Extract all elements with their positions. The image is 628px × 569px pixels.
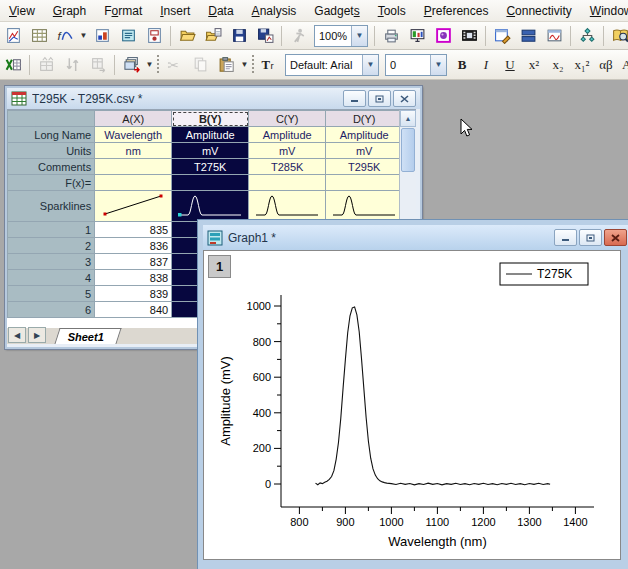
- cell[interactable]: Amplitude: [249, 127, 326, 143]
- cell[interactable]: Amplitude: [172, 127, 249, 143]
- menu-tools[interactable]: Tools: [369, 2, 415, 20]
- new-layout-icon[interactable]: [142, 24, 166, 48]
- cell[interactable]: 837: [95, 254, 172, 270]
- cell[interactable]: T295K: [326, 159, 403, 175]
- menu-data[interactable]: Data: [199, 2, 242, 20]
- row-label[interactable]: Units: [8, 143, 95, 159]
- save-template-icon[interactable]: [253, 24, 277, 48]
- save-icon[interactable]: [227, 24, 251, 48]
- project-explorer-icon[interactable]: [575, 24, 599, 48]
- worksheet-minimize-button[interactable]: [343, 90, 366, 107]
- superscript-button[interactable]: x²: [522, 54, 546, 76]
- open-icon[interactable]: [175, 24, 199, 48]
- new-matrix-icon[interactable]: [90, 24, 114, 48]
- scroll-up-icon[interactable]: ▲: [400, 110, 416, 127]
- cell[interactable]: T275K: [172, 159, 249, 175]
- column-header-b[interactable]: B(Y): [172, 111, 249, 127]
- cell[interactable]: 835: [95, 222, 172, 238]
- run-script-icon[interactable]: [286, 24, 310, 48]
- cell[interactable]: [172, 175, 249, 191]
- open-template-icon[interactable]: [201, 24, 225, 48]
- menu-preferences[interactable]: Preferences: [415, 2, 498, 20]
- menu-format[interactable]: Format: [95, 2, 151, 20]
- menu-connectivity[interactable]: Connectivity: [497, 2, 580, 20]
- scrollbar-thumb[interactable]: [401, 128, 415, 172]
- corner-cell[interactable]: [8, 111, 95, 127]
- cell[interactable]: mV: [249, 143, 326, 159]
- font-icon[interactable]: Tr: [257, 53, 281, 77]
- row-label[interactable]: Sparklines: [8, 191, 95, 222]
- menu-window[interactable]: Window: [581, 2, 628, 20]
- chevron-down-icon[interactable]: ▼: [362, 55, 378, 75]
- graph-minimize-button[interactable]: [554, 229, 577, 246]
- duplicate-workbook-icon[interactable]: [119, 53, 143, 77]
- cell[interactable]: 838: [95, 270, 172, 286]
- italic-button[interactable]: I: [474, 54, 498, 76]
- menu-view[interactable]: View: [0, 2, 44, 20]
- new-notes-icon[interactable]: [116, 24, 140, 48]
- chevron-down-icon[interactable]: ▼: [351, 26, 367, 46]
- cut-icon[interactable]: ✂: [162, 53, 186, 77]
- sparkline-peak-selected-icon[interactable]: [172, 191, 249, 222]
- cell[interactable]: T285K: [249, 159, 326, 175]
- row-number[interactable]: 3: [8, 254, 95, 270]
- learning-center-icon[interactable]: [608, 24, 628, 48]
- worksheet-restore-button[interactable]: [368, 90, 391, 107]
- reimport-icon[interactable]: [60, 53, 84, 77]
- row-number[interactable]: 4: [8, 270, 95, 286]
- increase-font-button[interactable]: A▴: [618, 54, 628, 76]
- underline-button[interactable]: U: [498, 54, 522, 76]
- data-curve[interactable]: [316, 307, 551, 485]
- row-number[interactable]: 6: [8, 302, 95, 318]
- column-header-c[interactable]: C(Y): [249, 111, 326, 127]
- graph-restore-button[interactable]: [579, 229, 602, 246]
- arrange-windows-icon[interactable]: [542, 24, 566, 48]
- worksheet-close-button[interactable]: [393, 90, 416, 107]
- row-number[interactable]: 1: [8, 222, 95, 238]
- sheet-tab[interactable]: Sheet1: [54, 328, 121, 344]
- row-label[interactable]: Long Name: [8, 127, 95, 143]
- cell[interactable]: [249, 175, 326, 191]
- zoom-select[interactable]: 100%▼: [314, 25, 368, 47]
- edit-window-icon[interactable]: [490, 24, 514, 48]
- video-icon[interactable]: [457, 24, 481, 48]
- cell[interactable]: mV: [172, 143, 249, 159]
- cell[interactable]: nm: [95, 143, 172, 159]
- sheet-prev-icon[interactable]: ◀: [8, 327, 26, 343]
- duplicate-dropdown[interactable]: ▼: [144, 54, 155, 76]
- font-select[interactable]: Default: Arial▼: [285, 54, 379, 76]
- cell[interactable]: Amplitude: [326, 127, 403, 143]
- print-preview-icon[interactable]: [405, 24, 429, 48]
- worksheet-titlebar[interactable]: T295K - T295K.csv *: [7, 88, 420, 109]
- column-header-d[interactable]: D(Y): [326, 111, 403, 127]
- font-size-select[interactable]: 0▼: [385, 54, 447, 76]
- greek-button[interactable]: αβ: [594, 54, 618, 76]
- paste-icon[interactable]: [214, 53, 238, 77]
- tile-windows-icon[interactable]: [516, 24, 540, 48]
- cell[interactable]: Wavelength: [95, 127, 172, 143]
- sparkline-rising-line-icon[interactable]: [95, 191, 172, 222]
- import-wizard-icon[interactable]: [34, 53, 58, 77]
- transpose-icon[interactable]: [86, 53, 110, 77]
- menu-graph[interactable]: Graph: [44, 2, 95, 20]
- menu-analysis[interactable]: Analysis: [243, 2, 306, 20]
- sparkline-peak-icon[interactable]: [326, 191, 403, 222]
- graph-window[interactable]: Graph1 * 1 80090010001100120013001400020…: [198, 220, 628, 569]
- new-worksheet-icon[interactable]: [27, 24, 51, 48]
- cell[interactable]: [95, 175, 172, 191]
- cell[interactable]: 836: [95, 238, 172, 254]
- cell[interactable]: 840: [95, 302, 172, 318]
- subscript-button[interactable]: x₂: [546, 54, 570, 76]
- import-excel-icon[interactable]: [1, 53, 25, 77]
- graph-close-button[interactable]: [604, 229, 627, 246]
- cell[interactable]: [95, 159, 172, 175]
- row-label[interactable]: F(x)=: [8, 175, 95, 191]
- subsuperscript-button[interactable]: x₁²: [570, 54, 594, 76]
- new-image-icon[interactable]: [431, 24, 455, 48]
- graph-titlebar[interactable]: Graph1 *: [203, 225, 628, 250]
- bold-button[interactable]: B: [450, 54, 474, 76]
- sparkline-peak-icon[interactable]: [249, 191, 326, 222]
- row-number[interactable]: 2: [8, 238, 95, 254]
- new-function-plot-icon[interactable]: f: [53, 24, 77, 48]
- row-number[interactable]: 5: [8, 286, 95, 302]
